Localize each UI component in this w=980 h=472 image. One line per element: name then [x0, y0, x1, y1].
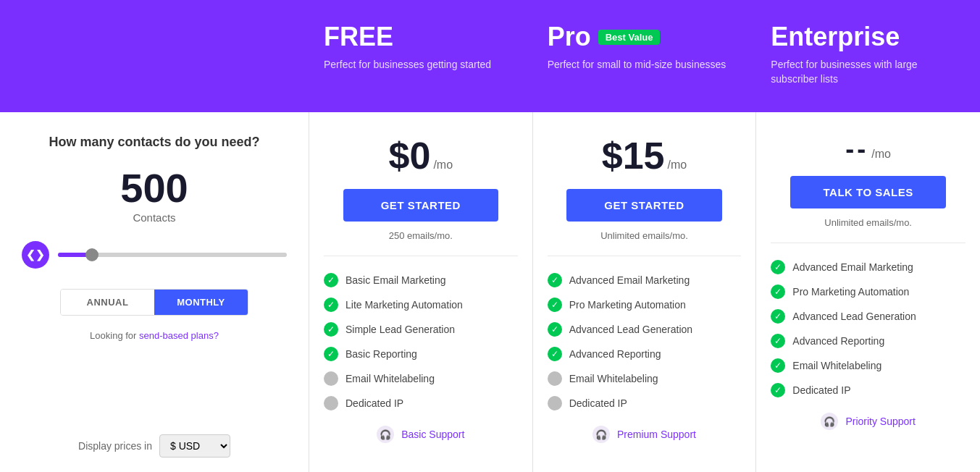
- check-icon: ✓: [548, 273, 562, 287]
- enterprise-plan-column: -- /mo TALK TO SALES Unlimited emails/mo…: [756, 112, 980, 472]
- enterprise-feature-3: ✓ Advanced Reporting: [771, 329, 966, 353]
- pro-feature-1: ✓ Pro Marketing Automation: [548, 292, 742, 317]
- pro-price-display: $15 /mo: [602, 134, 687, 177]
- check-icon: ✓: [324, 322, 338, 337]
- pro-price-period: /mo: [668, 159, 687, 172]
- left-panel: How many contacts do you need? 500 Conta…: [0, 112, 309, 472]
- pro-emails: Unlimited emails/mo.: [600, 230, 688, 241]
- free-price-amount: $0: [389, 134, 431, 177]
- pro-plan-name: Pro Best Value: [548, 22, 742, 52]
- free-feature-0: ✓ Basic Email Marketing: [324, 268, 518, 292]
- check-icon: ✓: [771, 358, 785, 373]
- free-feature-4: Email Whitelabeling: [324, 366, 518, 391]
- enterprise-feature-0: ✓ Advanced Email Marketing: [771, 255, 966, 279]
- check-icon: ✓: [548, 298, 562, 312]
- circle-disabled-icon: [548, 396, 562, 410]
- send-based-text: Looking for send-based plans?: [90, 330, 219, 341]
- free-price-period: /mo: [433, 159, 453, 172]
- best-value-badge: Best Value: [598, 30, 661, 45]
- check-icon: ✓: [324, 273, 338, 287]
- free-feature-5: Dedicated IP: [324, 391, 518, 416]
- contacts-label: Contacts: [133, 211, 175, 224]
- check-icon: ✓: [771, 285, 785, 299]
- enterprise-feature-5: ✓ Dedicated IP: [771, 378, 966, 403]
- currency-select[interactable]: $ USD € EUR £ GBP: [159, 434, 230, 458]
- free-feature-3: ✓ Basic Reporting: [324, 342, 518, 366]
- pro-support-label: Premium Support: [617, 429, 696, 440]
- main-section: How many contacts do you need? 500 Conta…: [0, 112, 980, 472]
- pro-cta-button[interactable]: GET STARTED: [566, 189, 721, 222]
- free-divider: [324, 256, 518, 256]
- free-feature-1: ✓ Lite Marketing Automation: [324, 292, 518, 317]
- enterprise-support-icon: 🎧: [821, 413, 838, 430]
- pro-plan-column: $15 /mo GET STARTED Unlimited emails/mo.…: [533, 112, 757, 472]
- header-section: free Perfect for businesses getting star…: [0, 0, 980, 112]
- pro-support-icon: 🎧: [592, 426, 610, 443]
- header-empty-col: [0, 14, 309, 98]
- check-icon: ✓: [548, 347, 562, 361]
- check-icon: ✓: [771, 383, 785, 397]
- slider-arrows-icon: ❮❯: [26, 248, 45, 261]
- pro-price-amount: $15: [602, 134, 665, 177]
- free-plan-name: free: [324, 22, 519, 52]
- pro-feature-0: ✓ Advanced Email Marketing: [548, 268, 742, 292]
- send-based-link[interactable]: send-based plans?: [139, 330, 219, 341]
- currency-label: Display prices in: [78, 440, 152, 452]
- circle-disabled-icon: [324, 371, 338, 386]
- enterprise-cta-button[interactable]: TALK TO SALES: [790, 176, 946, 208]
- pro-feature-2: ✓ Advanced Lead Generation: [548, 317, 742, 342]
- check-icon: ✓: [324, 298, 338, 312]
- free-support-item: 🎧 Basic Support: [377, 418, 464, 450]
- slider-track[interactable]: [58, 253, 287, 257]
- pro-feature-5: Dedicated IP: [548, 391, 742, 416]
- slider-button[interactable]: ❮❯: [22, 241, 49, 269]
- free-plan-column: $0 /mo GET STARTED 250 emails/mo. ✓ Basi…: [309, 112, 533, 472]
- monthly-toggle-button[interactable]: MONTHLY: [154, 290, 248, 315]
- enterprise-price-amount: --: [845, 134, 868, 164]
- free-cta-button[interactable]: GET STARTED: [343, 189, 498, 222]
- free-feature-2: ✓ Simple Lead Generation: [324, 317, 518, 342]
- currency-section: Display prices in $ USD € EUR £ GBP: [78, 420, 230, 458]
- free-features-list: ✓ Basic Email Marketing ✓ Lite Marketing…: [324, 268, 518, 416]
- enterprise-emails: Unlimited emails/mo.: [824, 217, 912, 228]
- free-support-label: Basic Support: [401, 429, 464, 440]
- enterprise-plan-name: Enterprise: [771, 22, 966, 52]
- header-free-plan: free Perfect for businesses getting star…: [309, 14, 533, 98]
- check-icon: ✓: [548, 322, 562, 337]
- pro-features-list: ✓ Advanced Email Marketing ✓ Pro Marketi…: [548, 268, 742, 416]
- header-pro-plan: Pro Best Value Perfect for small to mid-…: [533, 14, 757, 98]
- header-enterprise-plan: Enterprise Perfect for businesses with l…: [756, 14, 980, 98]
- check-icon: ✓: [771, 260, 785, 274]
- annual-toggle-button[interactable]: ANNUAL: [61, 290, 154, 315]
- free-emails: 250 emails/mo.: [389, 230, 453, 241]
- enterprise-support-label: Priority Support: [845, 416, 915, 427]
- check-icon: ✓: [771, 309, 785, 324]
- enterprise-features-list: ✓ Advanced Email Marketing ✓ Pro Marketi…: [771, 255, 966, 403]
- free-support-icon: 🎧: [377, 426, 394, 443]
- enterprise-price-period: /mo: [871, 148, 891, 161]
- free-price-display: $0 /mo: [389, 134, 453, 177]
- page-wrapper: free Perfect for businesses getting star…: [0, 0, 980, 472]
- contacts-question: How many contacts do you need?: [49, 134, 259, 151]
- check-icon: ✓: [324, 347, 338, 361]
- enterprise-divider: [771, 243, 966, 243]
- pro-plan-desc: Perfect for small to mid-size businesses: [548, 58, 742, 72]
- enterprise-support-item: 🎧 Priority Support: [821, 405, 915, 437]
- circle-disabled-icon: [548, 371, 562, 386]
- enterprise-feature-1: ✓ Pro Marketing Automation: [771, 279, 966, 304]
- pro-divider: [548, 256, 742, 256]
- free-plan-desc: Perfect for businesses getting started: [324, 58, 519, 72]
- contacts-count: 500: [120, 168, 188, 208]
- check-icon: ✓: [771, 334, 785, 348]
- billing-toggle: ANNUAL MONTHLY: [60, 289, 248, 316]
- pro-support-item: 🎧 Premium Support: [592, 418, 696, 450]
- circle-disabled-icon: [324, 396, 338, 410]
- enterprise-price-display: -- /mo: [845, 134, 891, 164]
- enterprise-plan-desc: Perfect for businesses with large subscr…: [771, 58, 966, 86]
- enterprise-feature-4: ✓ Email Whitelabeling: [771, 353, 966, 378]
- pro-feature-3: ✓ Advanced Reporting: [548, 342, 742, 366]
- slider-thumb: [85, 248, 99, 261]
- pro-feature-4: Email Whitelabeling: [548, 366, 742, 391]
- enterprise-feature-2: ✓ Advanced Lead Generation: [771, 304, 966, 329]
- slider-container: ❮❯: [22, 241, 287, 269]
